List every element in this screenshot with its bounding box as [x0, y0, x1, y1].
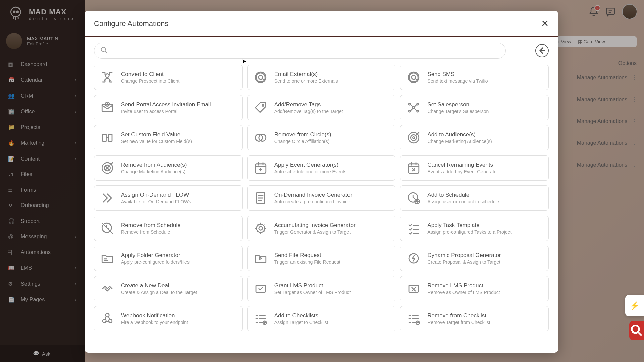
- card-title: Apply Task Template: [427, 222, 511, 229]
- fab-search[interactable]: [629, 321, 644, 340]
- card-description: Events added by Event Generator: [427, 169, 498, 174]
- card-description: Invite user to access Portal: [121, 109, 211, 114]
- invoice-icon: [254, 191, 268, 205]
- automation-card-add-to-audience-s-[interactable]: Add to Audience(s) Change Marketing Audi…: [400, 125, 549, 150]
- search-input-wrap[interactable]: [94, 43, 506, 59]
- card-description: Trigger Generator & Assign to Target: [274, 229, 356, 235]
- svg-rect-19: [109, 134, 112, 141]
- checklist-icon: [407, 221, 421, 235]
- svg-point-39: [109, 319, 112, 323]
- card-description: Add/Remove Tag(s) to the Target: [274, 109, 343, 114]
- circles-icon: [254, 131, 268, 145]
- svg-point-17: [417, 110, 419, 112]
- card-description: Apply pre-configured folders/files: [121, 259, 190, 265]
- card-title: Add to Schedule: [427, 192, 499, 198]
- automation-card-add-to-schedule[interactable]: Add to Schedule Assign user or contact t…: [400, 185, 549, 211]
- close-icon[interactable]: ✕: [541, 18, 549, 29]
- tag-icon: [254, 101, 268, 115]
- automation-card-remove-from-schedule[interactable]: Remove from Schedule Remove from Schedul…: [94, 216, 243, 241]
- automation-card-email-external-s-[interactable]: Email External(s) Send to one or more Ex…: [247, 65, 396, 90]
- automation-card-convert-to-client[interactable]: Convert to Client Change Prospect into C…: [94, 65, 243, 90]
- card-title: Set Custom Field Value: [121, 131, 192, 138]
- svg-point-7: [259, 75, 263, 79]
- automation-card-set-salesperson[interactable]: Set Salesperson Change Target's Salesper…: [400, 95, 549, 120]
- cart-x-icon: [407, 282, 421, 296]
- calendar-plus-icon: [254, 161, 268, 175]
- clock-x-icon: [100, 221, 114, 235]
- card-title: Set Salesperson: [427, 101, 489, 108]
- card-description: Auto-schedule one or more Events: [274, 169, 347, 174]
- automation-card-apply-folder-generator[interactable]: Apply Folder Generator Apply pre-configu…: [94, 246, 243, 271]
- card-description: Set new value for Custom Field(s): [121, 139, 192, 144]
- user-convert-icon: [100, 70, 114, 84]
- automation-card-create-a-new-deal[interactable]: Create a New Deal Create & Assign a Deal…: [94, 276, 243, 301]
- search-input[interactable]: [112, 48, 499, 54]
- automation-card-set-custom-field-value[interactable]: Set Custom Field Value Set new value for…: [94, 125, 243, 150]
- card-title: Grant LMS Product: [274, 282, 351, 289]
- card-title: Apply Event Generator(s): [274, 162, 347, 168]
- card-title: Remove from Checklist: [427, 312, 490, 319]
- card-description: Create & Assign a Deal to the Target: [121, 290, 197, 295]
- automation-card-add-to-checklists[interactable]: Add to Checklists Assign Target to Check…: [247, 306, 396, 331]
- card-title: Accumulating Invoice Generator: [274, 222, 356, 229]
- checklist-plus-icon: [254, 312, 268, 326]
- automation-card-apply-task-template[interactable]: Apply Task Template Assign pre-configure…: [400, 216, 549, 241]
- card-title: Apply Folder Generator: [121, 252, 190, 259]
- card-title: Webhook Notification: [121, 312, 188, 319]
- svg-point-5: [106, 74, 109, 78]
- svg-point-13: [413, 107, 415, 109]
- card-description: Change Marketing Audience(s): [121, 169, 187, 174]
- card-title: Assign On-Demand FLOW: [121, 192, 191, 198]
- svg-point-34: [259, 227, 262, 230]
- card-description: Fire a webhook to your endpoint: [121, 320, 188, 325]
- automation-card-send-sms[interactable]: Send SMS Send text message via Twilio: [400, 65, 549, 90]
- cart-check-icon: [254, 282, 268, 296]
- card-title: On-Demand Invoice Generator: [274, 192, 352, 198]
- card-description: Change Circle Affiliation(s): [274, 139, 331, 144]
- card-title: Add to Checklists: [274, 312, 328, 319]
- automation-card-assign-on-demand-flow[interactable]: Assign On-Demand FLOW Available for On-D…: [94, 185, 243, 211]
- card-description: Assign pre-configured Tasks to a Project: [427, 229, 511, 235]
- card-description: Create Proposal & Assign to Target: [427, 259, 501, 265]
- fab-lightning[interactable]: ⚡: [625, 295, 644, 316]
- svg-point-15: [417, 103, 419, 105]
- automation-card-webhook-notification[interactable]: Webhook Notification Fire a webhook to y…: [94, 306, 243, 331]
- automation-card-on-demand-invoice-generator[interactable]: On-Demand Invoice Generator Auto-create …: [247, 185, 396, 211]
- card-title: Convert to Client: [121, 71, 179, 78]
- automation-card-remove-from-checklist[interactable]: Remove from Checklist Remove Target from…: [400, 306, 549, 331]
- automation-card-send-portal-access-invitation-email[interactable]: Send Portal Access Invitation Email Invi…: [94, 95, 243, 120]
- card-title: Send SMS: [427, 71, 488, 78]
- card-title: Remove from Audience(s): [121, 162, 187, 168]
- card-title: Dynamic Proposal Generator: [427, 252, 501, 259]
- card-title: Cancel Remaining Events: [427, 162, 498, 168]
- gear-gen-icon: [254, 221, 268, 235]
- automation-card-cancel-remaining-events[interactable]: Cancel Remaining Events Events added by …: [400, 155, 549, 181]
- svg-point-24: [413, 137, 415, 138]
- automation-card-remove-from-circle-s-[interactable]: Remove from Circle(s) Change Circle Affi…: [247, 125, 396, 150]
- svg-point-12: [262, 104, 264, 106]
- svg-rect-18: [103, 134, 106, 141]
- automation-card-send-file-request[interactable]: Send File Request Trigger an existing Fi…: [247, 246, 396, 271]
- automation-card-remove-from-audience-s-[interactable]: Remove from Audience(s) Change Marketing…: [94, 155, 243, 181]
- automation-card-grant-lms-product[interactable]: Grant LMS Product Set Target as Owner of…: [247, 276, 396, 301]
- automation-card-dynamic-proposal-generator[interactable]: Dynamic Proposal Generator Create Propos…: [400, 246, 549, 271]
- svg-point-4: [101, 47, 106, 52]
- folder-gen-icon: [100, 251, 114, 265]
- svg-point-9: [412, 75, 416, 79]
- chevrons-icon: [100, 191, 114, 205]
- automation-card-apply-event-generator-s-[interactable]: Apply Event Generator(s) Auto-schedule o…: [247, 155, 396, 181]
- back-button[interactable]: [535, 44, 549, 57]
- card-title: Create a New Deal: [121, 282, 197, 289]
- svg-point-38: [103, 319, 106, 323]
- automation-card-remove-lms-product[interactable]: Remove LMS Product Remove as Owner of LM…: [400, 276, 549, 301]
- card-description: Assign Target to Checklist: [274, 320, 328, 325]
- svg-point-6: [255, 72, 266, 83]
- target-icon: [407, 131, 421, 145]
- folder-send-icon: [254, 251, 268, 265]
- card-description: Available for On-Demand FLOWs: [121, 199, 191, 204]
- card-description: Remove from Schedule: [121, 229, 181, 235]
- svg-point-14: [409, 103, 410, 105]
- automation-card-accumulating-invoice-generator[interactable]: Accumulating Invoice Generator Trigger G…: [247, 216, 396, 241]
- automation-card-add-remove-tags[interactable]: Add/Remove Tags Add/Remove Tag(s) to the…: [247, 95, 396, 120]
- card-description: Send text message via Twilio: [427, 78, 488, 84]
